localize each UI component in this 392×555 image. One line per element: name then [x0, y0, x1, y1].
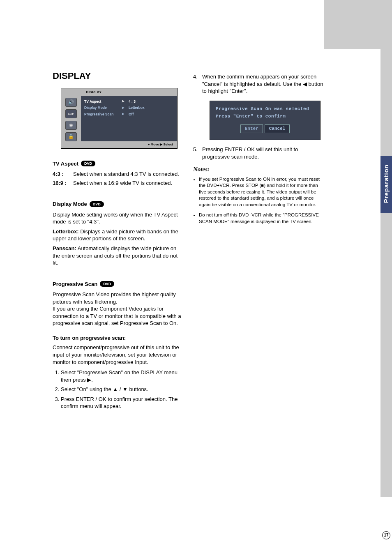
side-tab: Preparation — [380, 156, 392, 213]
heading-text: TV Aspect — [53, 160, 78, 168]
lock-icon: 🔒 — [65, 132, 77, 141]
display-mode-heading: Display Mode DVD — [53, 200, 183, 208]
osd-row-progressive: Progressive Scan ➤ Off — [84, 111, 174, 117]
osd-value: Letterbox — [129, 106, 145, 110]
cancel-button[interactable]: Cancel — [265, 124, 290, 133]
panscan-label: Panscan: — [53, 245, 76, 251]
notes-heading: Notes: — [193, 165, 324, 173]
progressive-heading: Progressive Scan DVD — [53, 281, 183, 288]
kv-value: Select when a 16:9 wide TV is connected. — [73, 180, 172, 187]
confirm-line-1: Progressive Scan On was selected — [216, 106, 314, 112]
osd-list: TV Aspect ➤ 4 : 3 Display Mode ➤ Letterb… — [81, 96, 177, 141]
dvd-badge: DVD — [81, 161, 95, 166]
step-num: 5. — [193, 146, 200, 160]
section-title: DISPLAY — [53, 70, 183, 82]
progressive-sub: To turn on progressive scan: — [53, 334, 183, 342]
heading-text: Progressive Scan — [53, 281, 97, 288]
osd-value: 4 : 3 — [129, 99, 136, 104]
confirm-line-2: Press "Enter" to confirm — [216, 113, 314, 120]
osd-row-tv-aspect: TV Aspect ➤ 4 : 3 — [84, 99, 174, 105]
right-column: 4.When the confirm menu appears on your … — [193, 70, 324, 229]
osd-label: Progressive Scan — [84, 112, 117, 117]
display-icon: ▭▸ — [65, 109, 77, 118]
tv-aspect-169: 16:9 : Select when a 16:9 wide TV is con… — [53, 180, 183, 187]
dvd-badge: DVD — [100, 281, 114, 287]
osd-display-panel: DISPLAY 🔊 ▭▸ ◉ 🔒 TV Aspect ➤ 4 : 3 Displ… — [61, 88, 178, 149]
osd-sidebar: 🔊 ▭▸ ◉ 🔒 — [61, 96, 81, 141]
side-tab-background — [380, 37, 392, 497]
step-2: Select "On" using the ▲ / ▼ buttons. — [61, 386, 183, 393]
left-column: DISPLAY DISPLAY 🔊 ▭▸ ◉ 🔒 TV Aspect ➤ 4 :… — [53, 70, 183, 413]
chevron-right-icon: ➤ — [120, 112, 125, 117]
kv-key: 16:9 : — [53, 180, 73, 187]
page-number: 17 — [382, 531, 390, 539]
osd-value: Off — [129, 112, 134, 117]
side-tab-label: Preparation — [382, 164, 390, 203]
letterbox-label: Letterbox: — [53, 228, 79, 235]
osd-label: Display Mode — [84, 106, 117, 110]
letterbox-desc: Letterbox: Displays a wide picture with … — [53, 228, 183, 242]
osd-body: 🔊 ▭▸ ◉ 🔒 TV Aspect ➤ 4 : 3 Display Mode … — [61, 96, 177, 141]
panscan-desc: Panscan: Automatically displays the wide… — [53, 245, 183, 267]
steps-continued: 4.When the confirm menu appears on your … — [193, 73, 324, 95]
disc-icon: ◉ — [65, 121, 77, 130]
chevron-right-icon: ➤ — [120, 99, 125, 104]
progressive-para: Progressive Scan Video provides the high… — [53, 291, 183, 327]
step-1: Select "Progressive Scan" on the DISPLAY… — [61, 369, 183, 383]
progressive-connect: Connect component/progressive out of thi… — [53, 344, 183, 366]
tv-aspect-heading: TV Aspect DVD — [53, 160, 183, 168]
enter-button[interactable]: Enter — [240, 124, 263, 133]
osd-footer: ♦ Move ▶ Select — [61, 141, 177, 148]
step-3: Press ENTER / OK to confirm your selecti… — [61, 396, 183, 410]
progressive-steps: Select "Progressive Scan" on the DISPLAY… — [53, 369, 183, 410]
note-2: Do not turn off this DVD+VCR while the "… — [199, 212, 324, 225]
display-mode-intro: Display Mode setting works only when the… — [53, 211, 183, 226]
dvd-badge: DVD — [90, 201, 104, 207]
note-1: If you set Progressive Scan to ON in err… — [199, 176, 324, 208]
confirm-dialog: Progressive Scan On was selected Press "… — [210, 101, 321, 140]
osd-title: DISPLAY — [61, 88, 177, 96]
osd-label: TV Aspect — [84, 99, 117, 104]
step-4: 4.When the confirm menu appears on your … — [193, 73, 324, 95]
chevron-right-icon: ➤ — [120, 106, 125, 111]
kv-key: 4:3 : — [53, 170, 73, 178]
step-5: 5.Pressing ENTER / OK will set this unit… — [193, 146, 324, 160]
step-num: 4. — [193, 73, 200, 95]
osd-row-display-mode: Display Mode ➤ Letterbox — [84, 105, 174, 111]
kv-value: Select when a standard 4:3 TV is connect… — [73, 170, 179, 178]
step-text: Pressing ENTER / OK will set this unit t… — [202, 146, 324, 160]
notes-list: If you set Progressive Scan to ON in err… — [193, 176, 324, 225]
tv-aspect-43: 4:3 : Select when a standard 4:3 TV is c… — [53, 170, 183, 178]
speaker-icon: 🔊 — [65, 98, 77, 107]
steps-continued-2: 5.Pressing ENTER / OK will set this unit… — [193, 146, 324, 160]
step-text: When the confirm menu appears on your sc… — [202, 73, 324, 95]
confirm-buttons: EnterCancel — [216, 124, 314, 133]
heading-text: Display Mode — [53, 200, 87, 208]
